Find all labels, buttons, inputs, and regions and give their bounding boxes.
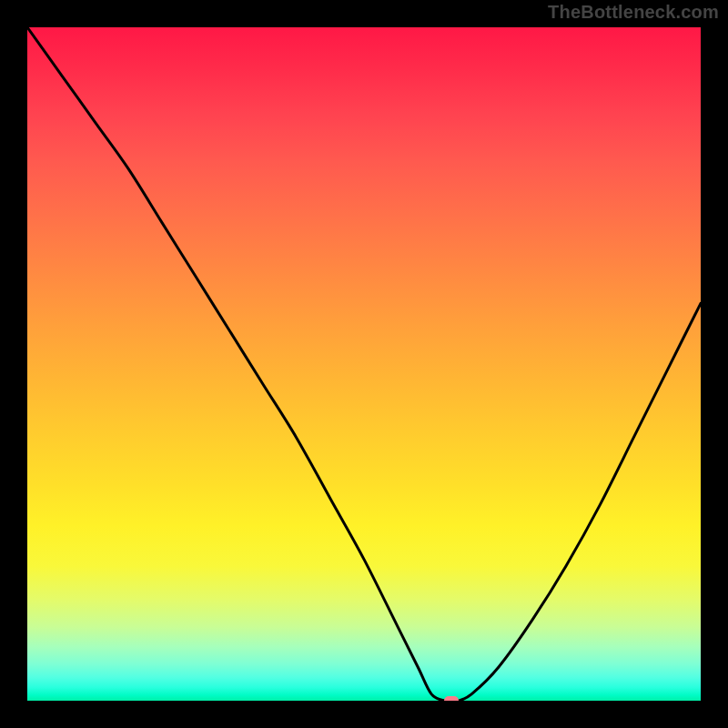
optimal-marker [444, 696, 459, 701]
watermark-text: TheBottleneck.com [548, 2, 719, 23]
chart-container: TheBottleneck.com [0, 0, 728, 728]
plot-area [27, 27, 701, 701]
bottleneck-curve [27, 27, 701, 701]
